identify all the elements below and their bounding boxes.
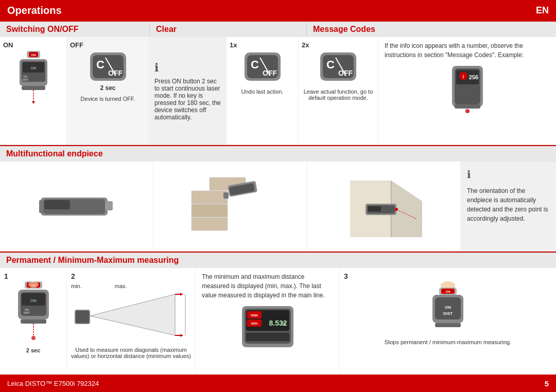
svg-rect-33: [455, 104, 480, 109]
svg-text:DIST: DIST: [22, 78, 28, 81]
svg-text:ON: ON: [30, 66, 36, 70]
multi-title: Multifunctional endpiece: [6, 149, 103, 158]
language-label: EN: [536, 5, 549, 16]
multi-device-1: [38, 190, 115, 223]
svg-rect-38: [39, 200, 43, 213]
section-header-perm: Permament / Minimum-Maximum measuring: [0, 252, 556, 268]
svg-marker-11: [32, 101, 35, 104]
perm-num-3: 3: [344, 272, 348, 280]
svg-text:i: i: [462, 74, 464, 79]
multi-info-text: The orientation of the endpiece is autom…: [467, 186, 550, 223]
page-number: 5: [545, 379, 549, 388]
perm-col-3: The minimum and maximum distance measure…: [196, 268, 340, 371]
svg-text:C: C: [326, 58, 335, 71]
on-column: ON ON ON ON DIST: [0, 37, 67, 145]
multi-device-3: [340, 170, 427, 242]
perm-col-1: 1 ON ON ON DIST 2 sec: [0, 268, 67, 371]
on-label: ON: [3, 41, 13, 49]
svg-rect-64: [21, 319, 46, 324]
svg-text:DIST: DIST: [24, 311, 29, 314]
svg-text:min: min: [251, 322, 257, 325]
svg-rect-86: [246, 333, 289, 341]
1x-caption: Undo last action.: [241, 88, 284, 95]
c-off-button-1: C OFF: [88, 50, 129, 83]
clear-title: Clear: [156, 25, 177, 33]
1x-label: 1x: [230, 41, 237, 49]
beam-illustration: [72, 289, 190, 346]
max-label: max.: [115, 283, 127, 289]
section-header-switch: Switching ON/OFF Clear Message Codes: [0, 21, 556, 37]
perm-section-body: 1 ON ON ON DIST 2 sec 2 min.: [0, 268, 556, 371]
svg-rect-69: [76, 311, 89, 323]
svg-rect-52: [368, 206, 381, 211]
svg-text:ON: ON: [30, 298, 37, 303]
svg-text:max: max: [250, 313, 257, 317]
c-off-button-2: C OFF: [242, 50, 283, 83]
svg-text:ON: ON: [31, 54, 36, 57]
svg-rect-39: [105, 201, 113, 210]
switch-header-cell: Switching ON/OFF: [0, 22, 149, 37]
svg-point-34: [465, 109, 470, 113]
perm-device-1: ON ON ON DIST: [10, 280, 57, 347]
switch-title: Switching ON/OFF: [6, 25, 78, 33]
min-label: min.: [71, 283, 82, 289]
svg-text:DIST: DIST: [443, 311, 453, 316]
svg-text:C: C: [96, 58, 105, 71]
bottom-bar: Leica DISTO™ E7500i 792324 5: [0, 375, 556, 392]
svg-rect-9: [22, 86, 45, 90]
msg-header-cell: Message Codes: [306, 22, 556, 37]
perm-num-1: 1: [4, 272, 8, 280]
multi-info-icon: ℹ: [467, 167, 471, 182]
svg-point-66: [31, 336, 36, 340]
clear-2x-column: 2x C OFF Leave actual function, go to de…: [299, 37, 378, 145]
info-text: Press ON button 2 sec to start continuou…: [154, 78, 221, 121]
svg-text:OFF: OFF: [108, 69, 123, 77]
svg-marker-73: [180, 293, 183, 296]
clear-header-cell: Clear: [149, 22, 306, 37]
perm-col-4: 3 ON ON DIST Stops permanent / minimum-m…: [340, 268, 556, 371]
perm-col3-text: The minimum and maximum distance measure…: [202, 272, 333, 300]
perm-device-3: ON ON DIST: [425, 280, 471, 337]
footer-text: Leica DISTO™ E7500i 792324: [7, 380, 99, 387]
svg-text:C: C: [251, 58, 259, 71]
clear-1x-column: 1x C OFF Undo last action.: [227, 37, 299, 145]
svg-rect-37: [44, 200, 70, 209]
svg-text:OFF: OFF: [338, 69, 353, 77]
2x-label: 2x: [302, 41, 309, 49]
svg-text:256: 256: [468, 74, 478, 80]
svg-point-67: [28, 281, 39, 288]
c-off-button-3: C OFF: [318, 50, 359, 83]
perm-col4-caption: Stops permanent / minimum-maximum measur…: [385, 339, 511, 345]
svg-marker-75: [180, 334, 183, 337]
sec-label: 2 sec: [100, 84, 115, 92]
svg-text:m: m: [281, 321, 285, 327]
multi-section-body: ℹ The orientation of the endpiece is aut…: [0, 162, 556, 252]
switch-section-body: ON ON ON ON DIST OFF: [0, 37, 556, 145]
multi-img-1: [0, 162, 153, 251]
perm-col-2: 2 min. max. Used to measure room diagona…: [67, 268, 196, 371]
msg-codes-text: If the info icon appears with a number, …: [385, 41, 550, 60]
perm-title: Permament / Minimum-Maximum measuring: [6, 256, 179, 265]
off-column: OFF C OFF 2 sec Device is turned OFF.: [67, 37, 149, 145]
perm-num-2: 2: [71, 272, 75, 280]
svg-rect-40: [192, 191, 228, 204]
svg-rect-41: [192, 204, 228, 217]
info-column: ℹ Press ON button 2 sec to start continu…: [149, 37, 227, 145]
perm-2sec-label: 2 sec: [26, 347, 41, 353]
multi-img-2: [153, 162, 307, 251]
svg-text:OFF: OFF: [263, 69, 277, 77]
perm-display-device: max min 8.532 m: [239, 305, 296, 351]
device-on-illustration: ON ON ON DIST: [10, 50, 57, 104]
section-header-multi: Multifunctional endpiece: [0, 145, 556, 162]
2x-caption: Leave actual function, go to default ope…: [302, 88, 375, 101]
info-icon: ℹ: [154, 61, 159, 75]
svg-rect-46: [223, 192, 229, 199]
msg-device-illustration: i 256: [447, 65, 488, 114]
message-codes-column: If the info icon appears with a number, …: [378, 37, 556, 145]
svg-rect-42: [192, 218, 228, 230]
svg-rect-95: [435, 323, 461, 327]
multi-img-3: [307, 162, 461, 251]
svg-marker-70: [90, 294, 175, 335]
svg-text:ON: ON: [445, 305, 451, 310]
multi-device-2: [189, 170, 271, 242]
